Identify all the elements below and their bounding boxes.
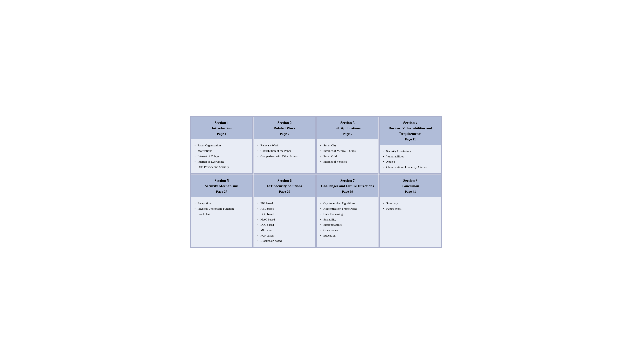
card-section4-header-line-0: Section 4 [382, 120, 439, 126]
card-section3-body: Smart CityInternet of Medical ThingsSmar… [317, 139, 378, 173]
card-section4-item-0: Security Constraints [383, 148, 438, 154]
card-section6-item-1: ABE based [257, 206, 312, 212]
card-section2-header-line-2: Page 7 [274, 131, 295, 136]
card-section3: Section 3IoT ApplicationsPage 9Smart Cit… [316, 117, 378, 174]
card-section8-header-text: Section 8ConclusionPage 41 [401, 178, 419, 194]
card-section7-item-1: Authentication Frameworks [320, 206, 375, 212]
card-section7-item-4: Interoperability [320, 222, 375, 228]
card-section2-header-line-0: Section 2 [274, 120, 295, 126]
card-section5-header-text: Section 5Security MechanismsPage 27 [205, 178, 238, 194]
card-section4-header-text: Section 4Devices' Vulnerabilities and Re… [382, 120, 439, 142]
card-section4-item-2: Attacks [383, 159, 438, 164]
card-section4-header-line-1: Devices' Vulnerabilities and Requirement… [382, 126, 439, 136]
card-section3-header-line-1: IoT Applications [334, 126, 361, 131]
card-section1-item-2: Internet of Things [194, 154, 249, 159]
card-section6-item-3: MAC based [257, 217, 312, 222]
card-section1-header: Section 1IntroductionPage 1 [191, 117, 252, 140]
section-grid: Section 1IntroductionPage 1Paper Organiz… [190, 116, 442, 248]
card-section5-header-line-2: Page 27 [205, 189, 238, 194]
card-section4-item-1: Vulnerabilities [383, 154, 438, 159]
card-section1-item-1: Motivations [194, 148, 249, 154]
card-section1-header-line-1: Introduction [212, 126, 232, 131]
card-section4-header: Section 4Devices' Vulnerabilities and Re… [380, 117, 441, 145]
card-section3-list: Smart CityInternet of Medical ThingsSmar… [320, 143, 375, 164]
card-section5-header: Section 5Security MechanismsPage 27 [191, 175, 252, 197]
card-section4-list: Security ConstraintsVulnerabilitiesAttac… [383, 148, 438, 170]
card-section6-item-6: PUF based [257, 233, 312, 238]
card-section3-item-0: Smart City [320, 143, 375, 148]
card-section1-item-3: Internet of Everything [194, 159, 249, 164]
card-section6-body: PKI basedABE basedECG basedMAC basedECC … [254, 197, 315, 247]
card-section6-item-2: ECG based [257, 212, 312, 217]
card-section7-item-6: Education [320, 233, 375, 238]
card-section4: Section 4Devices' Vulnerabilities and Re… [379, 117, 441, 174]
card-section3-header: Section 3IoT ApplicationsPage 9 [317, 117, 378, 140]
card-section4-item-3: Classification of Security Attacks [383, 164, 438, 170]
card-section8-body: SummaryFuture Work [380, 197, 441, 247]
card-section6-header-line-0: Section 6 [267, 178, 302, 184]
card-section7: Section 7Challenges and Future Direction… [316, 174, 378, 247]
card-section1-item-0: Paper Organization [194, 143, 249, 148]
card-section6-header-text: Section 6IoT Security SolutionsPage 29 [267, 178, 302, 194]
card-section6: Section 6IoT Security SolutionsPage 29PK… [254, 174, 316, 247]
card-section2-header-line-1: Related Work [274, 126, 295, 131]
card-section8: Section 8ConclusionPage 41SummaryFuture … [379, 174, 441, 247]
card-section1-list: Paper OrganizationMotivationsInternet of… [194, 143, 249, 170]
card-section6-header: Section 6IoT Security SolutionsPage 29 [254, 175, 315, 197]
card-section6-item-5: ML based [257, 228, 312, 233]
card-section8-header-line-1: Conclusion [401, 183, 419, 189]
card-section1-header-line-0: Section 1 [212, 120, 232, 126]
card-section2-list: Relevant WorkContribution of the PaperCo… [257, 143, 312, 159]
card-section3-item-2: Smart Grid [320, 154, 375, 159]
card-section8-header-line-0: Section 8 [401, 178, 419, 184]
card-section7-item-2: Data Processing [320, 212, 375, 217]
card-section7-list: Cryptographic AlgorithmsAuthentication F… [320, 200, 375, 238]
card-section7-header: Section 7Challenges and Future Direction… [317, 175, 378, 197]
card-section6-list: PKI basedABE basedECG basedMAC basedECC … [257, 200, 312, 244]
card-section1-header-line-2: Page 1 [212, 131, 232, 136]
card-section6-item-7: Blockchain based [257, 238, 312, 244]
card-section7-item-3: Scalability [320, 217, 375, 222]
card-section3-header-line-0: Section 3 [334, 120, 361, 126]
card-section2: Section 2Related WorkPage 7Relevant Work… [254, 117, 316, 174]
card-section6-item-0: PKI based [257, 200, 312, 206]
card-section2-header-text: Section 2Related WorkPage 7 [274, 120, 295, 136]
card-section2-item-2: Comparison with Other Papers [257, 154, 312, 159]
card-section2-item-1: Contribution of the Paper [257, 148, 312, 154]
card-section4-header-line-2: Page 11 [382, 137, 439, 142]
card-section1-header-text: Section 1IntroductionPage 1 [212, 120, 232, 136]
card-section7-item-5: Governance [320, 228, 375, 233]
card-section1-item-4: Data Privacy and Security [194, 164, 249, 170]
card-section8-list: SummaryFuture Work [383, 200, 438, 211]
card-section5-list: EncryptionPhysical Unclonable FunctionBl… [194, 200, 249, 216]
card-section5: Section 5Security MechanismsPage 27Encry… [191, 174, 253, 247]
card-section8-item-1: Future Work [383, 206, 438, 212]
card-section6-item-4: ECC based [257, 222, 312, 228]
card-section1-body: Paper OrganizationMotivationsInternet of… [191, 139, 252, 173]
card-section8-item-0: Summary [383, 200, 438, 206]
card-section7-header-text: Section 7Challenges and Future Direction… [321, 178, 374, 194]
card-section5-item-2: Blockchain [194, 212, 249, 217]
card-section8-header-line-2: Page 41 [401, 189, 419, 194]
card-section3-header-line-2: Page 9 [334, 131, 361, 136]
card-section7-header-line-0: Section 7 [321, 178, 374, 184]
card-section7-header-line-1: Challenges and Future Directions [321, 183, 374, 189]
card-section8-header: Section 8ConclusionPage 41 [380, 175, 441, 197]
card-section5-item-0: Encryption [194, 200, 249, 206]
card-section2-header: Section 2Related WorkPage 7 [254, 117, 315, 140]
card-section5-header-line-1: Security Mechanisms [205, 183, 238, 189]
card-section6-header-line-2: Page 29 [267, 189, 302, 194]
card-section6-header-line-1: IoT Security Solutions [267, 183, 302, 189]
card-section5-item-1: Physical Unclonable Function [194, 206, 249, 212]
card-section3-item-1: Internet of Medical Things [320, 148, 375, 154]
card-section3-item-3: Internet of Vehicles [320, 159, 375, 164]
card-section2-body: Relevant WorkContribution of the PaperCo… [254, 139, 315, 173]
card-section2-item-0: Relevant Work [257, 143, 312, 148]
card-section7-body: Cryptographic AlgorithmsAuthentication F… [317, 197, 378, 247]
card-section5-body: EncryptionPhysical Unclonable FunctionBl… [191, 197, 252, 247]
card-section3-header-text: Section 3IoT ApplicationsPage 9 [334, 120, 361, 136]
card-section7-header-line-2: Page 39 [321, 189, 374, 194]
card-section1: Section 1IntroductionPage 1Paper Organiz… [191, 117, 253, 174]
card-section7-item-0: Cryptographic Algorithms [320, 200, 375, 206]
card-section5-header-line-0: Section 5 [205, 178, 238, 184]
